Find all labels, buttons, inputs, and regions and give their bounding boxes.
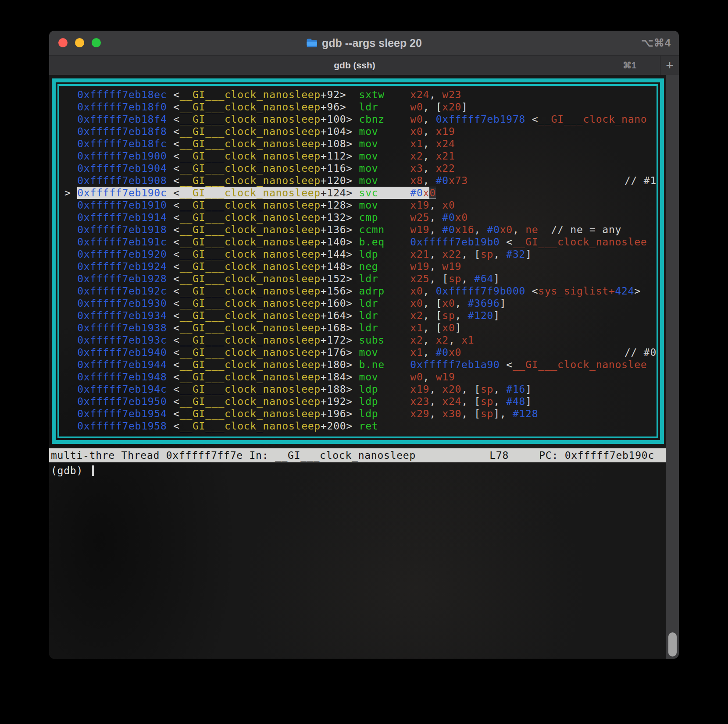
scrollbar-thumb[interactable]	[668, 632, 677, 657]
asm-line: 0xfffff7eb1948 <__GI___clock_nanosleep+1…	[64, 371, 657, 383]
new-tab-button[interactable]: +	[660, 56, 679, 75]
minimize-button[interactable]	[75, 38, 84, 47]
status-pc: PC: 0xfffff7eb190c	[539, 448, 654, 462]
text-cursor	[92, 465, 94, 476]
gdb-status-bar: multi-thre Thread 0xfffff7ff7e In: __GI_…	[49, 448, 666, 462]
tab-gdb-ssh[interactable]: gdb (ssh) ⌘1	[49, 56, 660, 75]
asm-line: 0xfffff7eb1914 <__GI___clock_nanosleep+1…	[64, 211, 657, 224]
zoom-button[interactable]	[92, 38, 101, 47]
asm-line: 0xfffff7eb18ec <__GI___clock_nanosleep+9…	[64, 89, 657, 101]
asm-line: 0xfffff7eb1940 <__GI___clock_nanosleep+1…	[64, 346, 657, 358]
tab-label: gdb (ssh)	[334, 60, 375, 71]
asm-lines: 0xfffff7eb18ec <__GI___clock_nanosleep+9…	[57, 84, 658, 438]
asm-line: 0xfffff7eb1930 <__GI___clock_nanosleep+1…	[64, 297, 657, 309]
terminal-content[interactable]: 0xfffff7eb18ec <__GI___clock_nanosleep+9…	[49, 75, 679, 659]
status-thread-info: multi-thre Thread 0xfffff7ff7e In: __GI_…	[51, 448, 416, 462]
scrollbar-track[interactable]	[666, 75, 679, 659]
tab-bar: gdb (ssh) ⌘1 +	[49, 56, 679, 75]
asm-line: 0xfffff7eb1904 <__GI___clock_nanosleep+1…	[64, 162, 657, 174]
asm-line: 0xfffff7eb1918 <__GI___clock_nanosleep+1…	[64, 224, 657, 236]
asm-line: 0xfffff7eb1910 <__GI___clock_nanosleep+1…	[64, 199, 657, 211]
window-title-group: gdb --args sleep 20	[306, 37, 422, 50]
asm-line: 0xfffff7eb1958 <__GI___clock_nanosleep+2…	[64, 420, 657, 432]
asm-line: 0xfffff7eb1944 <__GI___clock_nanosleep+1…	[64, 358, 657, 371]
asm-line: 0xfffff7eb193c <__GI___clock_nanosleep+1…	[64, 334, 657, 346]
asm-line: 0xfffff7eb1934 <__GI___clock_nanosleep+1…	[64, 309, 657, 322]
asm-line: 0xfffff7eb18f4 <__GI___clock_nanosleep+1…	[64, 113, 657, 125]
asm-line: 0xfffff7eb194c <__GI___clock_nanosleep+1…	[64, 383, 657, 395]
asm-line: 0xfffff7eb1908 <__GI___clock_nanosleep+1…	[64, 174, 657, 187]
asm-line: 0xfffff7eb1954 <__GI___clock_nanosleep+1…	[64, 408, 657, 420]
plus-icon: +	[666, 59, 674, 72]
asm-line: 0xfffff7eb1924 <__GI___clock_nanosleep+1…	[64, 260, 657, 273]
asm-line: 0xfffff7eb18fc <__GI___clock_nanosleep+1…	[64, 138, 657, 150]
asm-line: 0xfffff7eb1900 <__GI___clock_nanosleep+1…	[64, 150, 657, 162]
asm-line: 0xfffff7eb1920 <__GI___clock_nanosleep+1…	[64, 248, 657, 260]
title-bar[interactable]: gdb --args sleep 20 ⌥⌘4	[49, 31, 679, 56]
folder-icon	[306, 38, 318, 48]
window-shortcut: ⌥⌘4	[641, 31, 671, 55]
asm-line: 0xfffff7eb192c <__GI___clock_nanosleep+1…	[64, 285, 657, 297]
asm-line: 0xfffff7eb191c <__GI___clock_nanosleep+1…	[64, 236, 657, 248]
traffic-lights	[58, 38, 101, 47]
prompt-label: (gdb)	[51, 464, 89, 477]
asm-line: > 0xfffff7eb190c <__GI___clock_nanosleep…	[64, 187, 657, 199]
asm-line: 0xfffff7eb1928 <__GI___clock_nanosleep+1…	[64, 273, 657, 285]
terminal-window: gdb --args sleep 20 ⌥⌘4 gdb (ssh) ⌘1 + 0…	[49, 31, 679, 659]
status-line-number: L78	[489, 448, 509, 462]
asm-line: 0xfffff7eb18f0 <__GI___clock_nanosleep+9…	[64, 101, 657, 113]
asm-line: 0xfffff7eb18f8 <__GI___clock_nanosleep+1…	[64, 125, 657, 138]
close-button[interactable]	[58, 38, 68, 47]
window-title: gdb --args sleep 20	[322, 37, 422, 50]
gdb-tui-asm-window: 0xfffff7eb18ec <__GI___clock_nanosleep+9…	[52, 78, 664, 444]
gdb-prompt[interactable]: (gdb)	[51, 464, 94, 477]
asm-line: 0xfffff7eb1950 <__GI___clock_nanosleep+1…	[64, 395, 657, 408]
tab-shortcut: ⌘1	[623, 60, 636, 71]
asm-line: 0xfffff7eb1938 <__GI___clock_nanosleep+1…	[64, 322, 657, 334]
